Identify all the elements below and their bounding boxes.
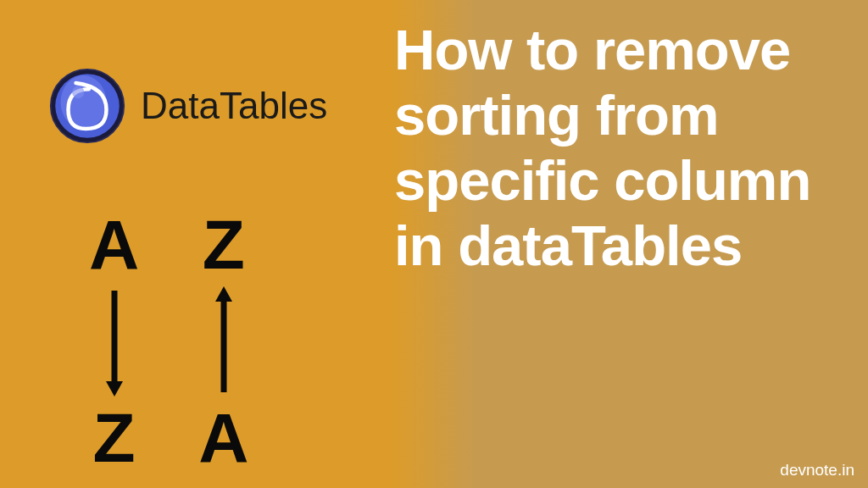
arrow-up-icon bbox=[214, 286, 234, 396]
svg-marker-7 bbox=[215, 286, 232, 302]
svg-marker-5 bbox=[106, 381, 123, 396]
sort-letter-bottom: Z bbox=[93, 403, 136, 473]
footer-attribution: devnote.in bbox=[780, 461, 854, 480]
logo-section: DataTables bbox=[49, 68, 327, 144]
sort-ascending-column: A Z bbox=[89, 210, 139, 473]
datatables-logo-icon bbox=[49, 68, 125, 144]
sort-letter-bottom: A bbox=[198, 403, 248, 473]
main-heading: How to remove sorting from specific colu… bbox=[394, 17, 852, 278]
sort-descending-column: Z A bbox=[198, 210, 248, 473]
sort-letter-top: A bbox=[89, 210, 139, 280]
svg-point-3 bbox=[72, 86, 84, 98]
arrow-down-icon bbox=[104, 286, 125, 396]
logo-text: DataTables bbox=[141, 85, 327, 127]
banner-container: DataTables A Z Z A How to remove sorting… bbox=[0, 0, 868, 488]
sort-diagram: A Z Z A bbox=[89, 210, 248, 473]
sort-letter-top: Z bbox=[203, 210, 245, 280]
